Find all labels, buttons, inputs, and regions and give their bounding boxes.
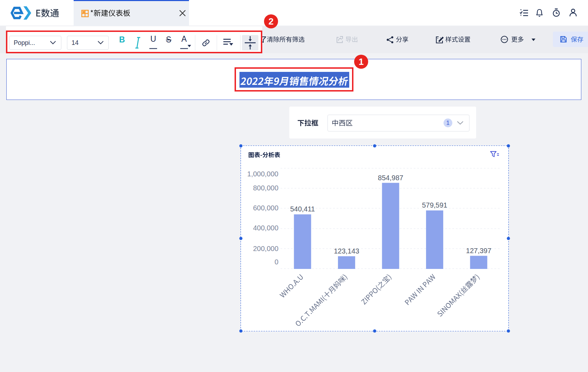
svg-text:579,591: 579,591 (422, 201, 447, 209)
svg-text:400,000: 400,000 (253, 224, 278, 232)
svg-text:1,000,000: 1,000,000 (247, 170, 278, 178)
svg-text:200,000: 200,000 (253, 245, 278, 252)
svg-text:800,000: 800,000 (253, 184, 278, 192)
svg-text:854,987: 854,987 (378, 174, 403, 182)
svg-text:540,411: 540,411 (290, 205, 315, 213)
svg-text:600,000: 600,000 (253, 204, 278, 212)
svg-text:123,143: 123,143 (334, 247, 359, 255)
svg-text:127,397: 127,397 (466, 247, 491, 255)
svg-text:0: 0 (275, 258, 278, 266)
